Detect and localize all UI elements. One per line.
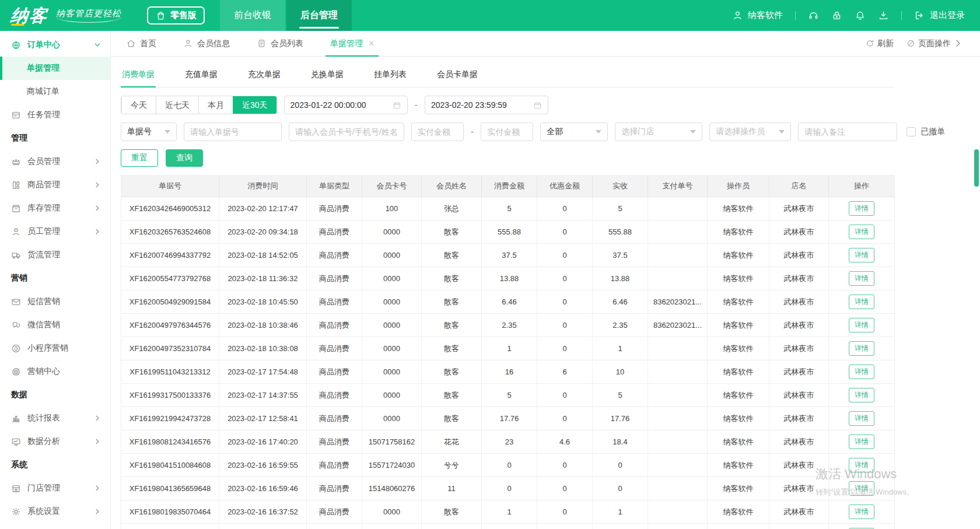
detail-button[interactable]: 详情 xyxy=(849,411,874,426)
lock-icon[interactable] xyxy=(831,10,842,21)
cell-action: 详情 xyxy=(829,477,895,500)
range-button[interactable]: 本月 xyxy=(198,96,233,114)
bell-icon[interactable] xyxy=(855,10,866,21)
document-tab[interactable]: 充值单据 xyxy=(184,64,219,87)
target-icon xyxy=(11,367,21,377)
operator-select[interactable]: 请选择操作员 xyxy=(709,122,791,141)
detail-button[interactable]: 详情 xyxy=(849,365,874,379)
logout-button[interactable]: 退出登录 xyxy=(914,10,965,21)
page-tab[interactable]: 单据管理 × xyxy=(330,31,374,56)
document-tab[interactable]: 兑换单据 xyxy=(310,64,345,87)
sidebar-item[interactable]: 任务管理 xyxy=(0,103,110,127)
sidebar-item[interactable]: 小程序营销 xyxy=(0,337,110,360)
cell-order-no: XF16203426469005312 xyxy=(121,197,219,220)
cell-time: 2023-02-16 16:37:52 xyxy=(219,500,307,524)
date-from-input[interactable]: 2023-01-22 00:00:00 xyxy=(284,96,408,114)
refresh-button[interactable]: 刷新 xyxy=(866,38,894,49)
reset-button[interactable]: 重置 xyxy=(121,149,158,167)
remark-input[interactable] xyxy=(798,122,897,141)
cell-store: 武林夜市 xyxy=(769,454,829,477)
cell-action: 详情 xyxy=(829,407,895,430)
page-operations-button[interactable]: 页面操作 xyxy=(907,38,963,49)
detail-button[interactable]: 详情 xyxy=(849,458,874,472)
sidebar-item[interactable]: 系统设置 xyxy=(0,500,110,523)
document-tab[interactable]: 充次单据 xyxy=(247,64,282,87)
revoked-checkbox[interactable]: 已撤单 xyxy=(907,127,945,137)
sidebar-item[interactable]: 商品管理 xyxy=(0,173,110,197)
sidebar-item[interactable]: 订单中心 xyxy=(0,33,110,57)
cell-name: 散客 xyxy=(422,500,482,524)
page-tab[interactable]: 会员信息 xyxy=(183,31,230,56)
range-button[interactable]: 近七天 xyxy=(156,96,198,114)
table-row: XF16203426469005312 2023-02-20 12:17:47 … xyxy=(121,197,895,220)
sidebar-item[interactable]: 会员管理 xyxy=(0,150,110,173)
cell-type: 商品消费 xyxy=(307,314,362,337)
stock-icon xyxy=(11,204,21,213)
document-tab[interactable]: 挂单列表 xyxy=(373,64,408,87)
cell-type: 商品消费 xyxy=(307,477,362,500)
sidebar-item[interactable]: 员工管理 xyxy=(0,220,110,243)
detail-button[interactable]: 详情 xyxy=(849,481,874,496)
detail-button[interactable]: 详情 xyxy=(849,341,874,356)
cell-card: 0000 xyxy=(362,314,422,337)
chevron-right-icon xyxy=(94,508,101,515)
page-tab[interactable]: 会员列表 xyxy=(257,31,303,56)
account-menu[interactable]: 纳客软件 xyxy=(732,10,783,21)
cell-name: 11 xyxy=(422,477,482,500)
amount-min-input[interactable] xyxy=(411,122,464,141)
order-center-icon xyxy=(11,40,21,50)
headset-icon[interactable] xyxy=(808,10,819,21)
detail-button[interactable]: 详情 xyxy=(849,388,874,402)
column-header: 会员卡号 xyxy=(362,176,422,197)
range-button[interactable]: 今天 xyxy=(121,96,156,114)
document-tab[interactable]: 消费单据 xyxy=(121,64,156,87)
sidebar-item[interactable]: 库存管理 xyxy=(0,197,110,220)
sidebar-item[interactable]: 门店管理 xyxy=(0,477,110,500)
search-button[interactable]: 查询 xyxy=(166,149,203,167)
cell-card: 0000 xyxy=(362,407,422,430)
cell-pay-no xyxy=(648,267,708,290)
sidebar-item[interactable]: 货流管理 xyxy=(0,243,110,267)
cell-name: 散客 xyxy=(422,407,482,430)
close-tab-icon[interactable]: × xyxy=(369,39,374,48)
cell-amount: 5 xyxy=(482,197,537,220)
topnav-tab[interactable]: 前台收银 xyxy=(220,0,285,31)
sidebar-item[interactable]: 单据管理 xyxy=(0,57,110,80)
page-ops-icon xyxy=(907,39,915,48)
detail-button[interactable]: 详情 xyxy=(849,271,874,286)
detail-button[interactable]: 详情 xyxy=(849,318,874,332)
store-select[interactable]: 选择门店 xyxy=(615,122,702,141)
amount-separator: - xyxy=(471,127,474,137)
cell-time: 2023-02-16 10:10:58 xyxy=(219,524,307,529)
edition-label: 零售版 xyxy=(170,10,197,21)
type-select[interactable]: 全部 xyxy=(540,122,608,141)
detail-button[interactable]: 详情 xyxy=(849,505,874,519)
amount-max-input[interactable] xyxy=(481,122,533,141)
cell-discount: 0 xyxy=(537,337,593,360)
caret-down-icon xyxy=(690,130,696,134)
date-to-input[interactable]: 2023-02-20 23:59:59 xyxy=(425,96,548,114)
detail-button[interactable]: 详情 xyxy=(849,201,874,216)
download-icon[interactable] xyxy=(878,10,889,21)
detail-button[interactable]: 详情 xyxy=(849,225,874,239)
sidebar-item[interactable]: 统计报表 xyxy=(0,407,110,430)
document-tab[interactable]: 会员卡单据 xyxy=(436,64,479,87)
sidebar-item[interactable]: 微信营销 xyxy=(0,313,110,337)
page-tab[interactable]: 首页 xyxy=(126,31,156,56)
detail-button[interactable]: 详情 xyxy=(849,295,874,309)
range-button[interactable]: 近30天 xyxy=(233,96,276,114)
sidebar-item[interactable]: 营销中心 xyxy=(0,360,110,383)
sidebar-item[interactable]: 商城订单 xyxy=(0,80,110,103)
cell-action: 详情 xyxy=(829,500,895,524)
topnav-tab[interactable]: 后台管理 xyxy=(286,0,352,31)
scrollbar-thumb[interactable] xyxy=(974,149,979,187)
sidebar-item[interactable]: 短信营销 xyxy=(0,290,110,313)
cell-order-no: XF16198041365659648 xyxy=(121,477,219,500)
edition-badge[interactable]: 零售版 xyxy=(147,6,205,24)
order-no-input[interactable] xyxy=(184,122,282,141)
search-field-select[interactable]: 单据号 xyxy=(121,122,177,141)
detail-button[interactable]: 详情 xyxy=(849,248,874,262)
sidebar-item[interactable]: 数据分析 xyxy=(0,430,110,453)
member-search-input[interactable] xyxy=(289,122,404,141)
detail-button[interactable]: 详情 xyxy=(849,435,874,449)
